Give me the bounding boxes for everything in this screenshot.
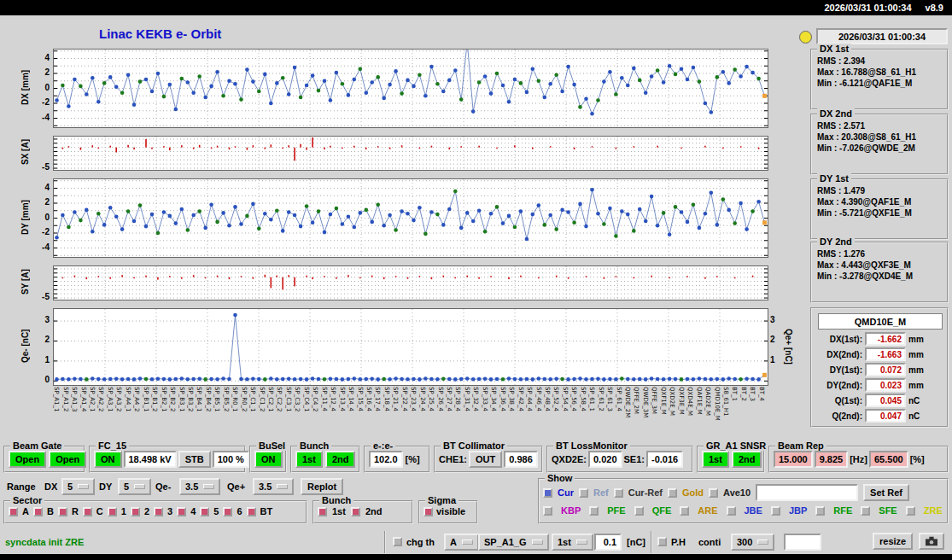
show-sfe-checkbox[interactable] bbox=[861, 506, 870, 516]
show-pfe-label: PFE bbox=[607, 505, 625, 516]
fc15-stb-button[interactable]: STB bbox=[178, 451, 211, 468]
bunch-bottom-title: Bunch bbox=[319, 495, 353, 505]
show-pfe-checkbox[interactable] bbox=[589, 506, 599, 516]
sigma-visible-checkbox[interactable] bbox=[423, 507, 433, 516]
sector-5-checkbox[interactable] bbox=[200, 507, 209, 516]
x-axis-label: SP_46_4 bbox=[535, 387, 542, 411]
stats-max: Max : 4.390@QAF1E_M bbox=[812, 196, 947, 207]
x-axis-label: SP_A1_2 bbox=[62, 387, 69, 411]
set-ref-input[interactable] bbox=[756, 484, 858, 501]
beam-gate-open1-button[interactable]: Open bbox=[9, 451, 46, 468]
range-qp-select[interactable]: 3.5 bbox=[253, 478, 294, 495]
beam-rep-hz-unit: [Hz] bbox=[850, 454, 867, 464]
x-axis-label: QAD2E_M bbox=[704, 387, 711, 416]
fc15-duty-value: 100 % bbox=[213, 451, 249, 468]
qxd2e-label: QXD2E: bbox=[552, 454, 587, 464]
sector-4-checkbox[interactable] bbox=[177, 507, 186, 516]
x-axis-label: QXD4E_M bbox=[686, 387, 693, 416]
aux-input[interactable] bbox=[784, 534, 821, 551]
sector-b-checkbox[interactable] bbox=[33, 507, 43, 516]
x-axis-label: QFFE_3M bbox=[651, 387, 657, 414]
x-axis-label: SP_B3_1 bbox=[178, 387, 185, 411]
x-axis-label: SP_B5_2 bbox=[223, 387, 230, 411]
bunch-1st-label: 1st bbox=[332, 506, 346, 516]
sector-5-label: 5 bbox=[213, 506, 219, 516]
show-gold-checkbox[interactable] bbox=[668, 488, 677, 498]
stats-rms: RMS : 2.394 bbox=[812, 55, 947, 67]
show-cur-checkbox[interactable] bbox=[543, 488, 552, 498]
bunch-2nd-checkbox[interactable] bbox=[351, 507, 360, 516]
status-led bbox=[799, 31, 812, 44]
titlebar: 2026/03/31 01:00:34 v8.9 bbox=[0, 0, 952, 15]
beam-rep-group: Beam Rep 15.000 9.825 [Hz] 65.500 [%] bbox=[768, 446, 949, 473]
sector-2-checkbox[interactable] bbox=[131, 507, 140, 516]
sector-bt-checkbox[interactable] bbox=[247, 507, 256, 516]
show-ref-label: Ref bbox=[593, 487, 609, 498]
qmd-row-unit: mm bbox=[908, 381, 924, 390]
che1-label: CHE1: bbox=[439, 454, 467, 464]
sector-3-checkbox[interactable] bbox=[154, 507, 163, 516]
show-kbp-checkbox[interactable] bbox=[543, 506, 552, 516]
sp-select[interactable]: SP_A1_G bbox=[478, 534, 549, 551]
x-axis-label: SP_B5_1 bbox=[213, 387, 220, 411]
sector-1-checkbox[interactable] bbox=[108, 507, 117, 516]
x-axis-label: SP_11_4 bbox=[321, 387, 328, 411]
show-cur-ref-checkbox[interactable] bbox=[614, 488, 623, 498]
bunch-select[interactable]: 1st bbox=[552, 534, 593, 551]
x-axis-label: SP_24_4 bbox=[419, 387, 426, 411]
stats-max: Max : 20.308@S8_61_H1 bbox=[812, 131, 947, 143]
trigger-select[interactable]: A bbox=[444, 534, 479, 551]
show-ave10-checkbox[interactable] bbox=[709, 488, 718, 498]
bunch-bottom-group: Bunch 1st2nd bbox=[312, 500, 413, 524]
bunch-2nd-button[interactable]: 2nd bbox=[325, 451, 356, 468]
x-axis-label: SP_A4_1 bbox=[125, 387, 131, 411]
sector-b-label: B bbox=[47, 506, 54, 516]
gr-a1-1st-button[interactable]: 1st bbox=[702, 451, 729, 468]
range-dx-select[interactable]: 5 bbox=[61, 478, 95, 495]
show-are-checkbox[interactable] bbox=[680, 506, 689, 516]
busel-on-button[interactable]: ON bbox=[254, 451, 283, 468]
fc15-on-button[interactable]: ON bbox=[94, 451, 122, 468]
ee-ratio-unit: [%] bbox=[406, 454, 420, 464]
che1-state-button[interactable]: OUT bbox=[469, 451, 502, 468]
fc15-group: FC_15 ON 18.498 kV STB 100 % bbox=[89, 446, 246, 473]
replot-button[interactable]: Replot bbox=[301, 478, 343, 495]
beam-gate-open2-button[interactable]: Open bbox=[49, 451, 86, 468]
ph-checkbox[interactable] bbox=[657, 537, 667, 546]
sector-6-checkbox[interactable] bbox=[223, 507, 232, 516]
qmd-title: QMD10E_M bbox=[818, 313, 943, 330]
sector-a-checkbox[interactable] bbox=[9, 507, 18, 516]
qmd-row: DX(1st):-1.662mm bbox=[815, 332, 924, 346]
sector-bt-label: BT bbox=[260, 506, 273, 516]
dy-tick-label: 4 bbox=[31, 183, 50, 192]
sector-r-checkbox[interactable] bbox=[58, 507, 67, 516]
x-axis-label: BT_3 bbox=[749, 387, 756, 401]
dx-plot bbox=[53, 49, 768, 128]
bunch-1st-checkbox[interactable] bbox=[318, 507, 327, 516]
camera-button[interactable] bbox=[919, 533, 944, 550]
show-ref-checkbox[interactable] bbox=[579, 488, 588, 498]
range-dy-select[interactable]: 5 bbox=[118, 478, 151, 495]
chg-th-checkbox[interactable] bbox=[393, 537, 402, 546]
resize-button[interactable]: resize bbox=[873, 533, 913, 550]
dx-tick-label: 0 bbox=[31, 83, 50, 92]
bunch-1st-button[interactable]: 1st bbox=[295, 451, 323, 468]
x-axis-label: QXF1E_M bbox=[660, 387, 667, 415]
threshold-value[interactable]: 0.1 bbox=[594, 534, 622, 551]
sector-4-label: 4 bbox=[190, 506, 196, 516]
range-qm-select[interactable]: 3.5 bbox=[179, 478, 220, 495]
qmd-row-value: 0.072 bbox=[865, 363, 906, 376]
interval-select[interactable]: 300 bbox=[731, 534, 774, 551]
set-ref-button[interactable]: Set Ref bbox=[863, 484, 909, 501]
gr-a1-2nd-button[interactable]: 2nd bbox=[732, 451, 762, 468]
x-axis-label: SP_12_4 bbox=[330, 387, 336, 411]
x-axis-label: SP_17_4 bbox=[374, 387, 381, 411]
sector-c-checkbox[interactable] bbox=[83, 507, 92, 516]
show-jbe-checkbox[interactable] bbox=[727, 506, 736, 516]
x-axis-label: BT_2 bbox=[740, 387, 747, 401]
show-qfe-checkbox[interactable] bbox=[634, 506, 644, 516]
show-jbp-checkbox[interactable] bbox=[771, 506, 780, 516]
x-axis-label: SP_27_4 bbox=[446, 387, 453, 411]
show-zre-checkbox[interactable] bbox=[906, 506, 915, 516]
show-rfe-checkbox[interactable] bbox=[815, 506, 825, 516]
